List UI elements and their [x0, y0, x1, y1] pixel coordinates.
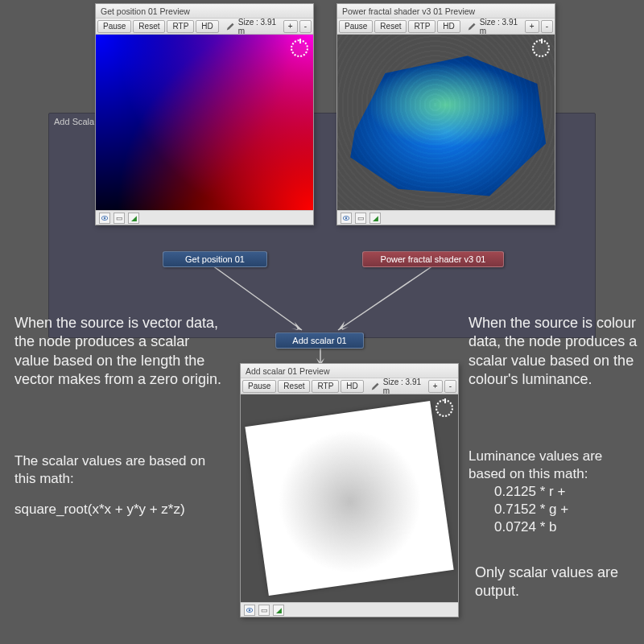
compass-icon[interactable] — [436, 399, 453, 417]
bounds-icon[interactable]: ▭ — [355, 213, 366, 224]
preview-viewport[interactable] — [96, 35, 313, 210]
size-minus-button[interactable]: - — [299, 20, 312, 33]
rtp-button[interactable]: RTP — [408, 20, 436, 33]
pause-button[interactable]: Pause — [242, 380, 276, 393]
hd-button[interactable]: HD — [341, 380, 363, 393]
size-minus-button[interactable]: - — [541, 20, 553, 33]
node-get-position[interactable]: Get position 01 — [163, 251, 267, 267]
preview-viewport[interactable] — [241, 394, 458, 602]
brush-icon — [370, 381, 382, 392]
node-panel-title: Add Scalar — [54, 117, 97, 126]
size-label: Size : 3.91 m — [480, 18, 522, 35]
compass-icon[interactable] — [532, 39, 550, 57]
eye-icon[interactable] — [99, 213, 110, 224]
brush-icon — [467, 21, 478, 32]
annotation-luminance-r: 0.2125 * r + — [494, 483, 565, 501]
edit-icon[interactable]: ◢ — [369, 213, 381, 224]
preview-power-fractal: Power fractal shader v3 01 Preview Pause… — [336, 3, 555, 225]
preview-footer: ▭ ◢ — [241, 602, 458, 617]
reset-button[interactable]: Reset — [133, 20, 165, 33]
size-label: Size : 3.91 m — [238, 18, 280, 35]
reset-button[interactable]: Reset — [374, 20, 407, 33]
node-power-fractal[interactable]: Power fractal shader v3 01 — [362, 251, 504, 267]
bounds-icon[interactable]: ▭ — [114, 213, 125, 224]
hd-button[interactable]: HD — [437, 20, 460, 33]
eye-icon[interactable] — [341, 213, 352, 224]
annotation-output-note: Only scalar values are output. — [475, 564, 636, 601]
annotation-left-math-heading: The scalar values are based on this math… — [14, 452, 224, 488]
preview-image-quad — [96, 35, 313, 210]
reset-button[interactable]: Reset — [278, 380, 310, 393]
bounds-icon[interactable]: ▭ — [258, 605, 270, 616]
node-label: Get position 01 — [185, 254, 245, 264]
window-title: Get position 01 Preview — [96, 4, 313, 19]
svg-point-9 — [345, 217, 348, 219]
preview-toolbar: Pause Reset RTP HD Size : 3.91 m + - — [96, 19, 313, 35]
node-add-scalar[interactable]: Add scalar 01 — [275, 332, 364, 349]
edit-icon[interactable]: ◢ — [273, 605, 284, 616]
size-label: Size : 3.91 m — [383, 378, 425, 395]
annotation-luminance-g: 0.7152 * g + — [494, 501, 568, 518]
annotation-right-description: When the source is colour data, the node… — [469, 314, 638, 390]
preview-footer: ▭ ◢ — [96, 210, 313, 225]
annotation-left-description: When the source is vector data, the node… — [14, 314, 224, 390]
preview-image-plane — [241, 394, 458, 602]
size-plus-button[interactable]: + — [283, 20, 298, 33]
window-title: Add scalar 01 Preview — [241, 364, 458, 378]
size-minus-button[interactable]: - — [444, 380, 456, 393]
preview-toolbar: Pause Reset RTP HD Size : 3.91 m + - — [337, 19, 555, 35]
annotation-luminance-b: 0.0724 * b — [494, 518, 557, 536]
size-plus-button[interactable]: + — [525, 20, 539, 33]
annotation-right-math-heading: Luminance values are based on this math: — [469, 448, 638, 483]
pause-button[interactable]: Pause — [339, 20, 373, 33]
window-title: Power fractal shader v3 01 Preview — [337, 4, 555, 19]
svg-point-7 — [104, 217, 106, 219]
preview-footer: ▭ ◢ — [337, 210, 555, 225]
preview-image-terrain — [337, 35, 555, 210]
svg-point-11 — [249, 609, 251, 611]
annotation-left-formula: square_root(x*x + y*y + z*z) — [14, 501, 185, 518]
preview-viewport[interactable] — [337, 35, 555, 210]
preview-toolbar: Pause Reset RTP HD Size : 3.91 m + - — [241, 378, 458, 394]
brush-icon — [225, 21, 237, 32]
edit-icon[interactable]: ◢ — [128, 213, 139, 224]
node-label: Power fractal shader v3 01 — [381, 254, 486, 264]
preview-get-position: Get position 01 Preview Pause Reset RTP … — [95, 3, 314, 225]
pause-button[interactable]: Pause — [97, 20, 131, 33]
preview-add-scalar: Add scalar 01 Preview Pause Reset RTP HD… — [240, 363, 459, 617]
size-plus-button[interactable]: + — [428, 380, 443, 393]
compass-icon[interactable] — [291, 39, 308, 57]
node-label: Add scalar 01 — [292, 336, 346, 345]
rtp-button[interactable]: RTP — [167, 20, 194, 33]
eye-icon[interactable] — [244, 605, 255, 616]
rtp-button[interactable]: RTP — [312, 380, 339, 393]
hd-button[interactable]: HD — [196, 20, 218, 33]
